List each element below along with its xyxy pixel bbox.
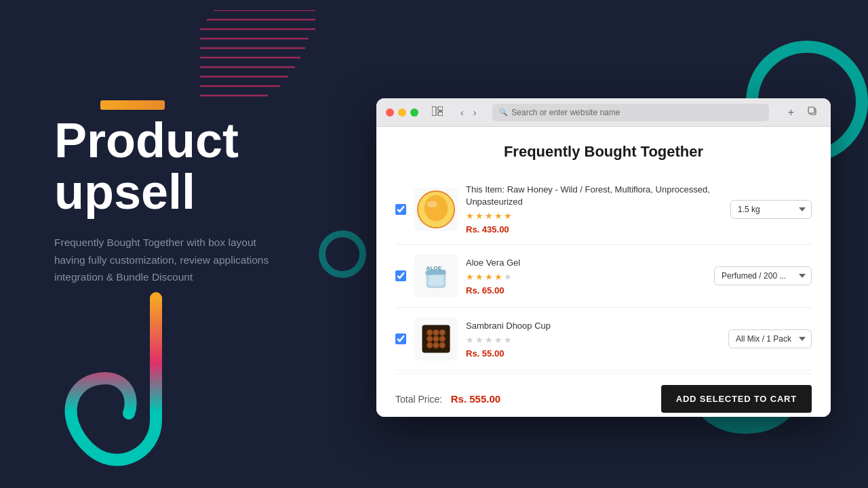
product-2-name: Aloe Vera Gel [466, 257, 706, 269]
product-3-info: Sambrani Dhoop Cup ★ ★ ★ ★ ★ Rs. 55.00 [466, 320, 720, 359]
svg-point-39 [441, 338, 445, 342]
main-title: Product upsell [54, 115, 339, 218]
product-2-checkbox[interactable] [395, 270, 406, 281]
svg-point-34 [428, 331, 432, 335]
product-1-name: This Item: Raw Honey - Wild / Forest, Mu… [466, 184, 722, 208]
product-row: This Item: Raw Honey - Wild / Forest, Mu… [395, 174, 812, 245]
product-1-image [414, 188, 458, 231]
product-3-price: Rs. 55.00 [466, 348, 720, 359]
total-price-container: Total Price: Rs. 555.00 [395, 393, 500, 405]
total-price-value: Rs. 555.00 [451, 393, 500, 405]
svg-point-37 [428, 338, 432, 342]
svg-rect-10 [432, 106, 436, 116]
star-1: ★ [466, 211, 474, 221]
product-1-checkbox[interactable] [395, 204, 406, 215]
star-3: ★ [485, 211, 493, 221]
star-3: ★ [485, 335, 493, 345]
svg-rect-14 [808, 107, 814, 113]
fbt-heading: Frequently Bought Together [395, 143, 812, 161]
total-price-label: Total Price: [395, 394, 442, 405]
search-icon: 🔍 [499, 108, 507, 116]
svg-point-35 [434, 331, 438, 335]
browser-window: ‹ › 🔍 Search or enter website name + Fre… [376, 98, 831, 417]
url-bar[interactable]: 🔍 Search or enter website name [492, 104, 768, 121]
fbt-footer: Total Price: Rs. 555.00 ADD SELECTED TO … [395, 373, 812, 413]
svg-point-42 [441, 344, 445, 348]
star-5: ★ [504, 272, 512, 282]
svg-point-16 [425, 195, 448, 221]
traffic-dot-green[interactable] [410, 108, 418, 117]
star-5: ★ [504, 335, 512, 345]
svg-rect-11 [438, 106, 443, 110]
browser-content: Frequently Bought Together This Item: Ra… [376, 127, 831, 417]
product-2-image: ALOE VERA [414, 254, 458, 298]
browser-copy-btn[interactable] [804, 104, 821, 121]
product-3-checkbox[interactable] [395, 333, 406, 344]
star-4: ★ [494, 335, 502, 345]
product-2-stars: ★ ★ ★ ★ ★ [466, 272, 706, 282]
traffic-dot-red[interactable] [386, 108, 394, 117]
product-row: Sambrani Dhoop Cup ★ ★ ★ ★ ★ Rs. 55.00 A… [395, 308, 812, 371]
traffic-lights [386, 108, 418, 117]
product-row: ALOE VERA Aloe Vera Gel ★ ★ ★ ★ ★ Rs. 65… [395, 245, 812, 308]
svg-point-36 [441, 331, 445, 335]
product-1-stars: ★ ★ ★ ★ ★ [466, 211, 722, 221]
gradient-j-shape [41, 291, 190, 468]
svg-rect-12 [438, 112, 443, 116]
svg-point-40 [428, 344, 432, 348]
product-1-price: Rs. 435.00 [466, 224, 722, 235]
product-1-variant-select[interactable]: 1.5 kg 500 g 250 g [730, 200, 812, 219]
star-4: ★ [494, 211, 502, 221]
subtitle-text: Frequently Bought Together with box layo… [54, 234, 285, 286]
product-3-stars: ★ ★ ★ ★ ★ [466, 335, 720, 345]
browser-titlebar: ‹ › 🔍 Search or enter website name + [376, 98, 831, 127]
browser-back-btn[interactable]: ‹ [456, 104, 468, 121]
browser-nav-buttons: ‹ › [456, 104, 480, 121]
product-1-info: This Item: Raw Honey - Wild / Forest, Mu… [466, 184, 722, 235]
browser-layout-btn[interactable] [428, 104, 447, 121]
add-to-cart-button[interactable]: ADD SELECTED TO CART [661, 385, 812, 413]
pink-lines-decor [200, 10, 315, 98]
traffic-dot-yellow[interactable] [398, 108, 406, 117]
star-5: ★ [504, 211, 512, 221]
product-3-image [414, 317, 458, 361]
browser-new-tab-btn[interactable]: + [784, 104, 798, 121]
product-3-variant-select[interactable]: All Mix / 1 Pack Rose / 1 Pack [728, 329, 812, 348]
star-2: ★ [475, 335, 484, 345]
star-2: ★ [475, 211, 484, 221]
left-content-area: Product upsell Frequently Bought Togethe… [54, 102, 339, 286]
product-3-name: Sambrani Dhoop Cup [466, 320, 720, 332]
star-2: ★ [475, 272, 484, 282]
product-2-price: Rs. 65.00 [466, 285, 706, 296]
star-4: ★ [494, 272, 502, 282]
star-3: ★ [485, 272, 493, 282]
svg-point-38 [434, 338, 438, 342]
url-bar-text: Search or enter website name [511, 108, 620, 117]
svg-point-41 [434, 344, 438, 348]
star-1: ★ [466, 272, 474, 282]
browser-forward-btn[interactable]: › [469, 104, 481, 121]
star-1: ★ [466, 335, 474, 345]
svg-point-17 [427, 201, 437, 207]
product-2-info: Aloe Vera Gel ★ ★ ★ ★ ★ Rs. 65.00 [466, 257, 706, 296]
product-2-variant-select[interactable]: Perfumed / 200 ... Unscented / 200 ml [714, 266, 812, 285]
svg-rect-23 [427, 270, 446, 274]
browser-actions: + [784, 104, 821, 121]
